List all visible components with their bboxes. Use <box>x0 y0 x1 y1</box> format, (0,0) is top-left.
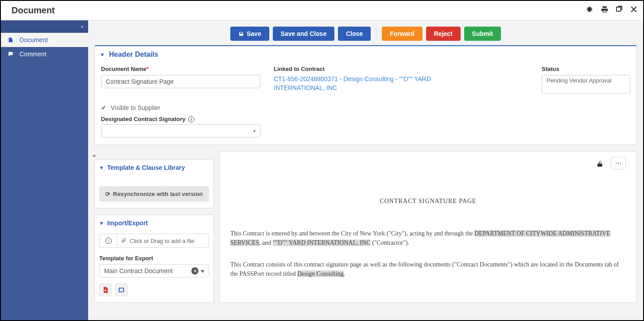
save-and-close-button[interactable]: Save and Close <box>273 27 335 41</box>
sidebar-collapse[interactable]: « <box>1 20 88 33</box>
unlock-button[interactable] <box>595 157 605 171</box>
header-details-panel: ▾ Header Details Document Name* Linked t… <box>94 45 637 145</box>
close-button[interactable]: Close <box>338 27 371 41</box>
comment-icon <box>7 51 14 57</box>
svg-rect-2 <box>120 289 123 292</box>
visible-to-supplier-label: Visible to Supplier <box>111 104 160 111</box>
document-viewer: ⋯ CONTRACT SIGNATURE PAGE This Contract … <box>219 151 637 303</box>
print-icon[interactable] <box>601 5 609 16</box>
pdf-icon <box>102 286 109 294</box>
chevron-down-icon: ▾ <box>100 220 103 226</box>
page-title: Document <box>6 5 55 16</box>
forward-button[interactable]: Forward <box>382 27 422 41</box>
visible-to-supplier-checkbox[interactable]: ✔ Visible to Supplier <box>101 104 630 111</box>
status-value: Pending Vendor Approval <box>542 75 630 94</box>
status-label: Status <box>542 66 630 72</box>
document-paragraph: This Contract is entered by and between … <box>230 229 626 247</box>
sidebar-item-document[interactable]: Document <box>1 33 88 47</box>
document-icon <box>7 37 14 43</box>
refresh-icon: ⟳ <box>105 191 110 197</box>
linked-contract-label: Linked to Contract <box>274 66 528 72</box>
import-export-panel: ▾ Import/Export i <box>94 215 214 303</box>
bug-icon[interactable] <box>586 5 594 16</box>
save-button[interactable]: Save <box>230 27 269 41</box>
document-name-input[interactable] <box>101 75 260 88</box>
main-content: Save Save and Close Close Forward Reject… <box>88 20 643 320</box>
panel-header[interactable]: ▾ Header Details <box>95 46 636 63</box>
submit-button[interactable]: Submit <box>464 27 501 41</box>
unlock-icon <box>597 160 604 168</box>
designated-signatory-dropdown[interactable]: ▾ <box>101 124 260 137</box>
divider <box>376 28 376 39</box>
title-bar: Document <box>1 1 643 20</box>
upload-hint: Click or Drag to add a file <box>130 238 194 244</box>
caret-down-icon: ▾ <box>201 267 204 274</box>
panel-title: Import/Export <box>107 219 148 227</box>
close-icon[interactable] <box>630 5 638 16</box>
panel-title: Header Details <box>109 51 158 59</box>
sidebar-item-label: Comment <box>19 51 47 58</box>
sidebar-item-label: Document <box>19 36 48 43</box>
paperclip-icon <box>121 238 126 244</box>
sidebar: « Document Comment <box>1 20 88 320</box>
template-export-label: Template for Export <box>99 255 209 262</box>
action-bar: Save Save and Close Close Forward Reject… <box>88 20 643 45</box>
collapse-side-panels[interactable]: « <box>93 152 96 159</box>
export-word-button[interactable] <box>115 284 128 296</box>
document-name-label: Document Name* <box>101 66 260 72</box>
info-icon[interactable]: i <box>188 116 194 122</box>
panel-title: Template & Clause Library <box>107 164 185 171</box>
sidebar-item-comment[interactable]: Comment <box>1 47 88 61</box>
template-export-value: Main Contract Document <box>104 267 173 274</box>
more-options-button[interactable]: ⋯ <box>611 157 626 169</box>
clear-icon[interactable]: ✕ <box>191 267 198 274</box>
resynchronize-button[interactable]: ⟳ Resynchronize with last version <box>99 186 209 202</box>
chevron-down-icon: ▾ <box>100 164 103 171</box>
template-library-panel: ▾ Template & Clause Library ⟳ Resynchron… <box>94 159 214 208</box>
caret-down-icon: ▾ <box>253 129 256 133</box>
panel-header[interactable]: ▾ Import/Export <box>95 215 213 231</box>
word-icon <box>118 286 125 294</box>
template-export-select[interactable]: Main Contract Document ✕ ▾ <box>99 264 209 278</box>
panel-header[interactable]: ▾ Template & Clause Library <box>95 160 213 176</box>
chevron-down-icon: ▾ <box>101 51 104 58</box>
document-content: CONTRACT SIGNATURE PAGE This Contract is… <box>230 171 626 278</box>
ellipsis-icon: ⋯ <box>615 160 621 167</box>
svg-rect-0 <box>617 7 621 11</box>
file-upload-dropzone[interactable]: i Click or Drag to add a file <box>99 234 209 248</box>
export-pdf-button[interactable] <box>99 284 112 296</box>
designated-signatory-label: Designated Contract Signatory i <box>101 116 630 122</box>
linked-contract-link[interactable]: CT1-856-20248800371 - Design Consulting … <box>274 75 469 92</box>
save-icon <box>238 31 244 37</box>
check-icon: ✔ <box>101 104 106 111</box>
chevron-left-icon: « <box>81 23 84 30</box>
document-paragraph: This Contract consists of this contract … <box>230 260 626 278</box>
reject-button[interactable]: Reject <box>426 27 461 41</box>
info-icon: i <box>105 238 112 244</box>
maximize-icon[interactable] <box>616 5 623 16</box>
document-content-title: CONTRACT SIGNATURE PAGE <box>230 198 626 205</box>
